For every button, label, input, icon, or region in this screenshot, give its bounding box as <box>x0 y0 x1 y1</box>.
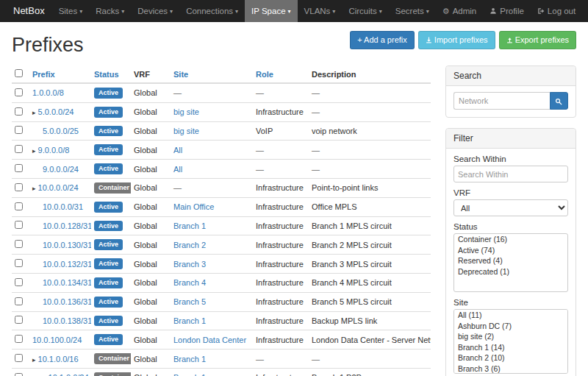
navbar-brand[interactable]: NetBox <box>6 0 52 22</box>
search-input[interactable] <box>453 92 550 110</box>
row-checkbox[interactable] <box>15 221 23 229</box>
row-checkbox[interactable] <box>15 259 23 267</box>
row-checkbox[interactable] <box>15 183 23 191</box>
row-checkbox[interactable] <box>15 145 23 153</box>
column-header-prefix[interactable]: Prefix <box>29 65 91 83</box>
nav-item-connections[interactable]: Connections▾ <box>179 0 245 22</box>
listbox-option[interactable]: Deprecated (1) <box>454 266 567 277</box>
status-filter-listbox[interactable]: Container (16)Active (74)Reserved (4)Dep… <box>453 233 568 292</box>
status-badge: Active <box>94 221 123 232</box>
site-link[interactable]: Branch 1 <box>173 316 206 325</box>
prefix-link[interactable]: 10.1.0.0/24 <box>49 373 89 376</box>
vrf-cell: Global <box>131 330 171 350</box>
listbox-option[interactable]: Ashburn DC (7) <box>454 321 567 332</box>
site-link[interactable]: All <box>173 146 182 155</box>
nav-item-log-out[interactable]: Log out <box>531 0 582 22</box>
nav-item-secrets[interactable]: Secrets▾ <box>389 0 436 22</box>
nav-item-vlans[interactable]: VLANs▾ <box>298 0 343 22</box>
site-cell: All <box>171 160 253 179</box>
site-link[interactable]: big site <box>173 107 199 116</box>
site-cell: Branch 1 <box>171 216 253 235</box>
status-badge: Active <box>94 144 123 155</box>
column-header-site[interactable]: Site <box>171 65 253 83</box>
listbox-option[interactable]: Reserved (4) <box>454 255 567 266</box>
export-icon <box>506 35 513 44</box>
status-label: Status <box>453 222 568 231</box>
site-link[interactable]: London Data Center <box>173 336 246 344</box>
status-badge: Active <box>94 258 123 269</box>
nav-item-racks[interactable]: Racks▾ <box>89 0 131 22</box>
listbox-option[interactable]: Branch 3 (6) <box>454 363 567 375</box>
listbox-option[interactable]: Active (74) <box>454 245 567 256</box>
search-icon <box>555 96 562 107</box>
site-link[interactable]: Branch 3 <box>173 260 206 269</box>
nav-item-sites[interactable]: Sites▾ <box>52 0 90 22</box>
row-checkbox[interactable] <box>15 297 23 305</box>
nav-item-ip-space[interactable]: IP Space▾ <box>245 0 297 22</box>
description-cell: Branch 4 MPLS circuit <box>309 273 431 292</box>
listbox-option[interactable]: Branch 2 (10) <box>454 352 567 363</box>
column-header-role[interactable]: Role <box>253 65 309 83</box>
site-link[interactable]: Branch 2 <box>173 241 206 249</box>
row-checkbox[interactable] <box>15 278 23 286</box>
row-checkbox[interactable] <box>15 240 23 248</box>
prefix-link[interactable]: 9.0.0.0/8 <box>38 146 70 155</box>
status-badge: Active <box>94 334 123 345</box>
site-filter-listbox[interactable]: All (11)Ashburn DC (7)big site (2)Branch… <box>453 309 568 374</box>
site-link[interactable]: Branch 1 <box>173 355 206 363</box>
row-checkbox[interactable] <box>15 354 23 362</box>
prefix-link[interactable]: 5.0.0.0/25 <box>43 127 79 135</box>
export-prefixes-button[interactable]: Export prefixes <box>499 31 576 49</box>
prefix-link[interactable]: 5.0.0.0/24 <box>38 107 74 116</box>
prefix-link[interactable]: 10.0.0.138/31 <box>43 316 91 325</box>
listbox-option[interactable]: Branch 1 (14) <box>454 342 567 353</box>
row-checkbox[interactable] <box>15 316 23 324</box>
gear-icon: ⚙ <box>442 7 450 15</box>
prefix-link[interactable]: 10.0.0.136/31 <box>43 297 91 306</box>
listbox-option[interactable]: big site (2) <box>454 331 567 342</box>
prefix-link[interactable]: 10.0.0.130/31 <box>43 241 91 249</box>
nav-item-profile[interactable]: Profile <box>483 0 531 22</box>
search-button[interactable] <box>550 92 568 110</box>
site-link[interactable]: All <box>173 165 182 174</box>
nav-item-circuits[interactable]: Circuits▾ <box>342 0 388 22</box>
prefix-link[interactable]: 10.0.0.0/31 <box>43 202 83 211</box>
site-link[interactable]: Main Office <box>173 202 214 211</box>
nav-item-admin[interactable]: ⚙Admin <box>436 0 483 22</box>
add-a-prefix-button[interactable]: + Add a prefix <box>350 31 415 49</box>
vrf-label: VRF <box>453 188 568 197</box>
listbox-option[interactable]: Container (16) <box>454 234 567 245</box>
row-checkbox[interactable] <box>15 88 23 96</box>
table-row: 10.0.0.136/31ActiveGlobalBranch 5Infrast… <box>12 292 431 311</box>
listbox-option[interactable]: All (11) <box>454 310 567 321</box>
row-checkbox[interactable] <box>15 126 23 134</box>
site-link[interactable]: Branch 4 <box>173 278 206 287</box>
role-cell: — <box>253 160 309 179</box>
site-link[interactable]: Branch 1 <box>173 373 206 376</box>
prefix-link[interactable]: 10.1.0.0/16 <box>38 355 79 363</box>
select-all-checkbox[interactable] <box>15 69 23 77</box>
search-within-input[interactable] <box>453 166 568 182</box>
row-checkbox[interactable] <box>15 335 23 343</box>
prefix-link[interactable]: 10.0.100.0/24 <box>32 336 82 344</box>
import-prefixes-button[interactable]: Import prefixes <box>418 31 495 49</box>
tree-expand-icon: ▸ <box>32 109 36 116</box>
prefix-link[interactable]: 10.0.0.0/24 <box>38 183 79 192</box>
prefix-link[interactable]: 1.0.0.0/8 <box>32 88 64 97</box>
row-checkbox[interactable] <box>15 202 23 210</box>
site-link[interactable]: big site <box>173 127 199 135</box>
prefix-link[interactable]: 10.0.0.132/31 <box>43 260 91 269</box>
role-cell: Infrastructure <box>253 197 309 216</box>
user-icon <box>490 7 497 15</box>
nav-item-devices[interactable]: Devices▾ <box>131 0 179 22</box>
prefix-link[interactable]: 10.0.0.128/31 <box>43 221 91 230</box>
row-checkbox[interactable] <box>15 373 23 376</box>
site-link[interactable]: Branch 1 <box>173 221 206 230</box>
prefix-link[interactable]: 10.0.0.134/31 <box>43 278 91 287</box>
prefix-link[interactable]: 9.0.0.0/24 <box>43 165 79 174</box>
column-header-status[interactable]: Status <box>91 65 131 83</box>
row-checkbox[interactable] <box>15 107 23 116</box>
site-link[interactable]: Branch 5 <box>173 297 206 306</box>
vrf-select[interactable]: All <box>453 199 568 216</box>
row-checkbox[interactable] <box>15 164 23 172</box>
